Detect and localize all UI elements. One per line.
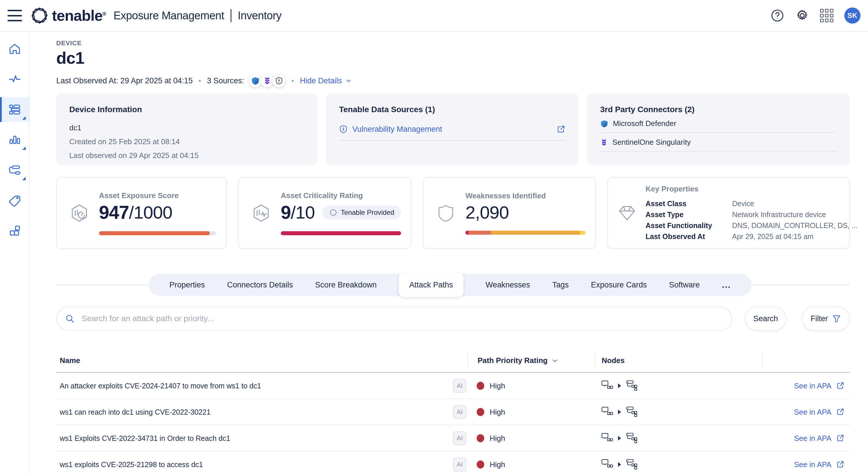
ai-badge: AI (453, 458, 466, 471)
connector-name: SentinelOne Singularity (612, 138, 691, 147)
see-in-apa-link[interactable]: See in APA (794, 407, 845, 416)
device-meta-row: Last Observed At: 29 Apr 2025 at 04:15 •… (56, 74, 850, 88)
app-launcher-icon[interactable] (820, 9, 833, 22)
see-in-apa-link[interactable]: See in APA (794, 434, 845, 443)
tab-exposure-cards[interactable]: Exposure Cards (591, 280, 647, 290)
priority-label: High (490, 434, 505, 443)
sidebar-item-tags[interactable] (0, 188, 29, 213)
external-link-icon (836, 408, 845, 416)
sidebar-item-dashboards[interactable] (0, 128, 29, 152)
path-arrow-icon (617, 462, 622, 467)
data-source-row[interactable]: Vulnerability Management (339, 125, 566, 141)
tab-connectors-details[interactable]: Connectors Details (227, 280, 293, 290)
page-title: dc1 (56, 48, 850, 67)
ai-badge: AI (453, 405, 466, 419)
vm-shield-icon (339, 125, 348, 134)
column-header-nodes[interactable]: Nodes (602, 356, 624, 365)
sidebar-item-activity[interactable] (0, 67, 29, 92)
weaknesses-bar (465, 231, 586, 235)
attack-path-name[interactable]: ws1 exploits CVE-2025-21298 to access dc… (60, 460, 203, 469)
external-link-icon (836, 460, 845, 469)
tab-properties[interactable]: Properties (169, 280, 205, 290)
main-content: DEVICE dc1 Last Observed At: 29 Apr 2025… (56, 32, 850, 474)
sidebar-item-attack-paths[interactable] (0, 158, 29, 182)
see-in-apa-link[interactable]: See in APA (794, 460, 845, 469)
attack-path-name[interactable]: ws1 Exploits CVE-2022-34731 in Order to … (60, 434, 230, 442)
home-icon (8, 42, 21, 56)
weaknesses-shield-icon (434, 204, 458, 223)
nodes-cell (601, 380, 638, 392)
settings-gear-icon[interactable] (795, 9, 809, 23)
see-in-apa-link[interactable]: See in APA (794, 381, 845, 390)
sidebar-item-inventory[interactable] (0, 97, 29, 122)
workstation-node-icon (601, 432, 613, 444)
filter-button[interactable]: Filter (802, 306, 850, 331)
menu-icon[interactable] (7, 10, 22, 21)
tab-software[interactable]: Software (669, 280, 700, 290)
asset-exposure-score-card: Asset Exposure Score 947/1000 (56, 177, 226, 249)
table-row[interactable]: An attacker exploits CVE-2024-21407 to m… (56, 373, 850, 399)
workstation-node-icon (601, 380, 613, 392)
vulnerability-management-link[interactable]: Vulnerability Management (352, 125, 442, 134)
exposure-score-bar (99, 231, 216, 235)
help-icon[interactable] (771, 9, 784, 23)
exposure-bar-fill (99, 231, 210, 235)
table-row[interactable]: ws1 exploits CVE-2025-21298 to access dc… (56, 451, 850, 474)
tag-icon (8, 194, 21, 207)
connector-row-sentinelone[interactable]: SentinelOne Singularity (600, 133, 837, 151)
tab-overflow-button[interactable]: ... (722, 280, 731, 290)
title-divider (230, 9, 231, 22)
tab-score-breakdown[interactable]: Score Breakdown (315, 280, 377, 290)
third-party-connectors-card: 3rd Party Connectors (2) Microsoft Defen… (587, 93, 850, 165)
column-header-name[interactable]: Name (60, 356, 80, 365)
tenable-vm-icon[interactable] (272, 74, 286, 88)
search-button[interactable]: Search (745, 306, 786, 331)
sidebar-item-home[interactable] (0, 37, 29, 61)
table-row[interactable]: ws1 Exploits CVE-2022-34731 in Order to … (56, 425, 850, 451)
exposure-gauge-icon (67, 204, 91, 223)
connector-name: Microsoft Defender (613, 119, 676, 128)
microsoft-defender-icon (600, 120, 608, 128)
submenu-indicator (22, 177, 26, 180)
column-divider (595, 351, 596, 368)
criticality-denominator: /10 (291, 202, 315, 223)
connector-row-defender[interactable]: Microsoft Defender (600, 114, 837, 133)
attack-path-name[interactable]: ws1 can reach into dc1 using CVE-2022-30… (60, 408, 211, 416)
sentinelone-icon[interactable] (260, 74, 274, 88)
tab-tags[interactable]: Tags (552, 280, 569, 290)
path-arrow-icon (617, 383, 622, 388)
external-link-icon[interactable] (556, 125, 566, 134)
nodes-cell (601, 459, 638, 471)
metric-title: Asset Exposure Score (99, 191, 216, 200)
attack-path-icon (8, 164, 21, 177)
column-header-path-priority[interactable]: Path Priority Rating (477, 356, 559, 365)
sentinelone-icon (600, 138, 608, 146)
filter-label: Filter (811, 314, 828, 323)
microsoft-defender-icon[interactable] (249, 74, 262, 88)
tab-bar: Properties Connectors Details Score Brea… (149, 274, 752, 296)
metric-title: Asset Criticality Rating (281, 191, 401, 200)
metric-cards: Asset Exposure Score 947/1000 Asset Crit… (56, 177, 850, 249)
criticality-bar-fill (281, 231, 401, 235)
table-row[interactable]: ws1 can reach into dc1 using CVE-2022-30… (56, 399, 850, 425)
weaknesses-identified-card: Weaknesses Identified 2,090 (423, 177, 596, 249)
device-info-last-observed: Last observed on 29 Apr 2025 at 04:15 (69, 151, 304, 160)
tab-weaknesses[interactable]: Weaknesses (486, 280, 530, 290)
sidebar-item-apps[interactable] (0, 218, 29, 243)
metric-title: Weaknesses Identified (465, 192, 586, 200)
tab-attack-paths[interactable]: Attack Paths (399, 273, 463, 297)
search-input[interactable] (56, 306, 732, 331)
attack-path-name[interactable]: An attacker exploits CVE-2024-21407 to m… (60, 381, 261, 390)
table-header: Name Path Priority Rating Nodes (56, 350, 850, 373)
registered-mark: ® (102, 11, 106, 17)
bullet: • (291, 76, 294, 86)
filter-funnel-icon (832, 314, 841, 323)
hide-details-toggle[interactable]: Hide Details (300, 76, 352, 86)
card-title: Tenable Data Sources (1) (339, 105, 566, 114)
gem-icon (615, 204, 639, 222)
user-avatar[interactable]: SK (844, 7, 861, 24)
workstation-node-icon (601, 406, 613, 418)
metric-value-row: 9/10 Tenable Provided (281, 202, 401, 223)
device-info-created: Created on 25 Feb 2025 at 08:14 (69, 137, 304, 146)
weaknesses-count: 2,090 (465, 202, 509, 223)
